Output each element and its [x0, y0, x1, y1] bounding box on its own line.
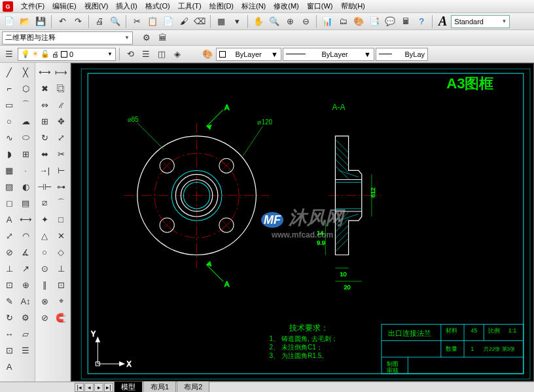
gradient-icon[interactable]: ◐ — [18, 179, 33, 194]
spline-icon[interactable]: ∿ — [1, 130, 17, 145]
dim-ordinate-icon[interactable]: ⊥ — [1, 260, 17, 276]
tab-next-icon[interactable]: ▸ — [94, 383, 103, 392]
properties-icon[interactable]: 📊 — [320, 14, 334, 29]
layer-manager-icon[interactable]: ☰ — [2, 47, 16, 62]
mtext-icon[interactable]: A — [1, 211, 17, 227]
trim-icon[interactable]: ✂ — [53, 146, 69, 162]
menu-dimension[interactable]: 标注(N) — [238, 0, 270, 12]
dim-linear-icon[interactable]: ⟷ — [18, 211, 33, 227]
offset-icon[interactable]: ⫽ — [53, 97, 69, 113]
pline-icon[interactable]: ⌐ — [1, 80, 17, 96]
explode-icon[interactable]: ✦ — [37, 211, 52, 227]
osnap-cen-icon[interactable]: ○ — [37, 244, 52, 260]
menu-insert[interactable]: 插入(I) — [112, 0, 141, 12]
zoom-rt-icon[interactable]: 🔍 — [267, 14, 281, 29]
ellipse-arc-icon[interactable]: ◗ — [1, 146, 17, 162]
tab-layout1[interactable]: 布局1 — [143, 381, 176, 392]
tab-layout2[interactable]: 布局2 — [177, 381, 209, 392]
layer-state-icon[interactable]: ☰ — [139, 47, 153, 62]
menu-window[interactable]: 窗口(W) — [303, 0, 337, 12]
save-icon[interactable]: 💾 — [33, 14, 48, 29]
quickcalc-icon[interactable]: 🖩 — [399, 14, 413, 29]
preview-icon[interactable]: 🔍 — [108, 14, 122, 29]
menu-draw[interactable]: 绘图(D) — [205, 0, 238, 12]
layer-select[interactable]: 💡 ☀ 🔓 🖨 0 ▼ — [18, 48, 116, 61]
hatch-icon[interactable]: ▨ — [1, 179, 17, 194]
color-select[interactable]: ByLayer ▼ — [216, 48, 281, 61]
fillet-icon[interactable]: ⌒ — [53, 195, 69, 211]
chamfer-icon[interactable]: ⧄ — [37, 195, 52, 211]
layer-iso-icon[interactable]: ◫ — [154, 47, 169, 62]
color-control-icon[interactable]: 🎨 — [200, 47, 215, 62]
center-mark-icon[interactable]: ⊕ — [18, 277, 33, 293]
osnap-mid-icon[interactable]: △ — [37, 228, 52, 243]
tab-model[interactable]: 模型 — [114, 381, 143, 392]
break-icon[interactable]: ⊣⊢ — [37, 179, 52, 194]
table-icon[interactable]: ▤ — [18, 195, 33, 211]
menu-file[interactable]: 文件(F) — [17, 0, 48, 12]
drawing-canvas[interactable]: A3图框 — [71, 63, 534, 382]
arc-icon[interactable]: ⌒ — [18, 97, 33, 113]
make-block-icon[interactable]: ▦ — [1, 162, 17, 178]
osnap-int-icon[interactable]: ✕ — [53, 228, 69, 243]
array-icon[interactable]: ⊞ — [37, 113, 52, 129]
point-icon[interactable]: · — [18, 162, 33, 178]
osnap-ins-icon[interactable]: ⊡ — [53, 277, 69, 293]
dim-edit-icon[interactable]: ✎ — [1, 293, 17, 309]
list-icon[interactable]: ☰ — [18, 342, 33, 358]
linetype-select[interactable]: ByLayer ▼ — [283, 48, 374, 61]
polygon-icon[interactable]: ⬡ — [18, 80, 33, 96]
line-icon[interactable]: ╱ — [1, 64, 17, 80]
dim-diameter-icon[interactable]: ⊘ — [1, 244, 17, 260]
xline-icon[interactable]: ╳ — [18, 64, 33, 80]
menu-modify[interactable]: 修改(M) — [270, 0, 303, 12]
design-center-icon[interactable]: 🗂 — [336, 14, 350, 29]
extend-icon[interactable]: →| — [37, 162, 52, 178]
lineweight-select[interactable]: ByLay — [376, 48, 428, 61]
dim-angular-icon[interactable]: ∡ — [18, 244, 33, 260]
menu-edit[interactable]: 编辑(E) — [48, 0, 80, 12]
osnap-node-icon[interactable]: ⊗ — [37, 293, 52, 309]
print-icon[interactable]: 🖨 — [92, 14, 107, 29]
tab-first-icon[interactable]: |◂ — [75, 383, 84, 392]
stretch-icon[interactable]: ⬌ — [37, 146, 52, 162]
layer-off-icon[interactable]: ◈ — [170, 47, 185, 62]
cut-icon[interactable]: ✂ — [130, 14, 144, 29]
workspace-select[interactable]: 二维草图与注释 ▼ — [2, 31, 133, 45]
text-style-select[interactable]: Standard ▼ — [451, 15, 510, 28]
sheet-set-icon[interactable]: 📑 — [367, 14, 382, 29]
menu-format[interactable]: 格式(O) — [141, 0, 174, 12]
tab-last-icon[interactable]: ▸| — [104, 383, 113, 392]
pan-icon[interactable]: ✋ — [251, 14, 266, 29]
dim-aligned-icon[interactable]: ⤢ — [1, 228, 17, 243]
menu-help[interactable]: 帮助(H) — [337, 0, 369, 12]
undo-icon[interactable]: ↶ — [55, 14, 69, 29]
revcloud-icon[interactable]: ☁ — [18, 113, 33, 129]
redo-icon[interactable]: ↷ — [71, 14, 85, 29]
dim-tedit-icon[interactable]: A↕ — [18, 293, 33, 309]
copy-icon[interactable]: 📋 — [145, 14, 160, 29]
scale-icon[interactable]: ⤢ — [53, 130, 69, 145]
tool-palette-icon[interactable]: 🎨 — [351, 14, 366, 29]
text-a-icon[interactable]: A — [1, 359, 17, 374]
help-icon[interactable]: ? — [414, 14, 429, 29]
copy-obj-icon[interactable]: ⿻ — [53, 80, 69, 96]
workspace-settings-icon[interactable]: ⚙ — [139, 31, 154, 45]
ellipse-icon[interactable]: ⬭ — [18, 130, 33, 145]
insert-block-icon[interactable]: ⊞ — [18, 146, 33, 162]
break-point-icon[interactable]: ⊢ — [53, 162, 69, 178]
menu-view[interactable]: 视图(V) — [80, 0, 113, 12]
match-icon[interactable]: 🖌 — [177, 14, 191, 29]
circle-icon[interactable]: ○ — [1, 113, 17, 129]
join-icon[interactable]: ⊶ — [53, 179, 69, 194]
eraser-icon[interactable]: ⌫ — [192, 14, 207, 29]
zoom-prev-icon[interactable]: ⊖ — [298, 14, 313, 29]
dim-radius-icon[interactable]: ◠ — [18, 228, 33, 243]
open-icon[interactable]: 📂 — [18, 14, 32, 29]
dropdown-icon[interactable]: ▾ — [230, 14, 244, 29]
tolerance-icon[interactable]: ⊡ — [1, 277, 17, 293]
mirror-icon[interactable]: ⇔ — [37, 97, 52, 113]
tab-prev-icon[interactable]: ◂ — [84, 383, 94, 392]
continue-dim-icon[interactable]: ⟼ — [53, 64, 69, 80]
osnap-qua-icon[interactable]: ◇ — [53, 244, 69, 260]
